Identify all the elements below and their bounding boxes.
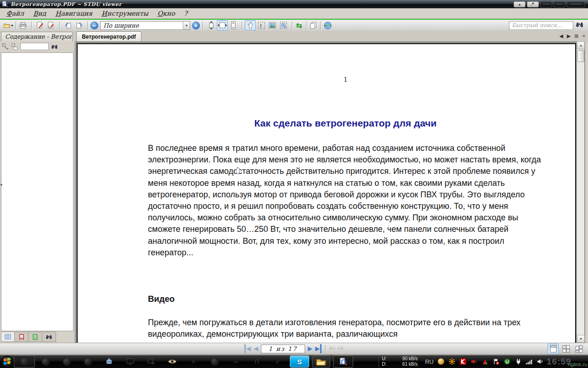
print-button[interactable]: [17, 20, 28, 30]
history-forward-button[interactable]: ⇨: [338, 344, 344, 353]
export-page-button[interactable]: [34, 20, 45, 30]
menu-view[interactable]: Вид: [29, 9, 51, 18]
skype-taskbar-button[interactable]: S: [290, 356, 309, 368]
settings-tray-icon[interactable]: [448, 358, 456, 365]
quick-search-input[interactable]: [509, 21, 573, 30]
taskbar-link-glyph-button[interactable]: ∞: [225, 356, 246, 368]
sidebar-collapse-handle[interactable]: ◂: [0, 182, 2, 187]
select-text-button[interactable]: I: [256, 20, 267, 30]
minimize-icon: [543, 4, 550, 5]
previous-page-button[interactable]: ◀: [254, 344, 258, 353]
document-tab[interactable]: Ветрогенератор.pdf: [76, 31, 141, 41]
open-dropdown-caret-icon[interactable]: ▼: [11, 24, 14, 27]
taskbar-app-button[interactable]: [35, 356, 56, 368]
zoom-out-button[interactable]: −: [90, 22, 98, 29]
volume-tray-icon[interactable]: [537, 358, 544, 365]
page-number: 1: [148, 75, 543, 84]
rotate-left-button[interactable]: [62, 20, 74, 30]
pdf-page[interactable]: 1 Как сделать ветрогенератор для дачи В …: [77, 43, 576, 343]
taskbar-orb-glyph-button[interactable]: [204, 356, 225, 368]
rollup-button[interactable]: ▲: [514, 1, 526, 7]
taskbar-monitor-button[interactable]: [119, 356, 141, 368]
stdu-taskbar-button[interactable]: [333, 356, 353, 368]
expand-all-button[interactable]: [1, 42, 9, 51]
taskbar-app-button[interactable]: [77, 356, 98, 368]
taskbar-eye-button[interactable]: [162, 356, 183, 368]
explorer-taskbar-button[interactable]: [312, 356, 330, 368]
single-page-layout-button[interactable]: [548, 344, 559, 354]
swap-pages-button[interactable]: ⇆: [294, 20, 305, 30]
menu-file[interactable]: Файл: [3, 9, 29, 18]
taskbar-window-button[interactable]: [141, 356, 162, 368]
power-tray-icon[interactable]: [514, 358, 522, 365]
contents-tree-panel[interactable]: [1, 52, 74, 331]
taskbar-robot-button[interactable]: [98, 356, 119, 368]
continuous-layout-button[interactable]: [573, 344, 584, 354]
maximize-button[interactable]: [554, 1, 565, 7]
tab-scroll-right-button[interactable]: ▶: [567, 32, 571, 40]
scrollbar-thumb[interactable]: [577, 50, 584, 62]
network-signal-tray-icon[interactable]: [526, 358, 533, 365]
first-page-button[interactable]: ◀: [244, 344, 251, 353]
copy-button[interactable]: [308, 20, 319, 30]
tile-layout-button[interactable]: [560, 344, 571, 354]
titlebar[interactable]: Ветрогенератор.PDF ~ STDU viewer ▲: [0, 0, 588, 8]
fit-page-button[interactable]: [206, 20, 217, 30]
scroll-down-button[interactable]: ▼: [577, 335, 585, 343]
next-page-button[interactable]: ▶: [308, 344, 312, 353]
network-speed-meter[interactable]: U:90 kB/s D:61 kB/s: [379, 356, 421, 368]
tab-search[interactable]: [42, 332, 56, 342]
close-button[interactable]: [567, 1, 585, 7]
taskbar-check-glyph-button[interactable]: ✓: [267, 356, 288, 368]
minimize-button[interactable]: [540, 1, 552, 7]
last-page-button[interactable]: ▶: [315, 344, 322, 353]
menu-tools[interactable]: Инструменты: [98, 9, 154, 18]
muted-volume-tray-icon[interactable]: [470, 358, 478, 365]
search-binoculars-button[interactable]: [576, 21, 583, 29]
contents-search-button[interactable]: [50, 42, 58, 51]
page-number-input[interactable]: [261, 345, 305, 353]
zoom-dropdown-caret-icon[interactable]: ▼: [183, 22, 190, 29]
pin-button[interactable]: [527, 1, 539, 7]
tab-scroll-left-button[interactable]: ◀: [559, 32, 563, 40]
taskbar-app-button[interactable]: [56, 356, 77, 368]
action-center-tray-icon[interactable]: [492, 358, 500, 365]
fit-height-button[interactable]: [228, 20, 239, 30]
fit-width-button[interactable]: [217, 20, 228, 30]
start-button[interactable]: [0, 355, 14, 368]
open-file-button[interactable]: ▼: [3, 20, 14, 30]
select-zoom-button[interactable]: [278, 20, 289, 30]
tab-bookmarks[interactable]: [15, 332, 28, 342]
document-canvas[interactable]: 1 Как сделать ветрогенератор для дачи В …: [75, 41, 585, 343]
select-image-button[interactable]: [267, 20, 278, 30]
tab-list-button[interactable]: ⊞: [574, 32, 578, 40]
zoom-in-button[interactable]: +: [192, 22, 200, 29]
clock-area[interactable]: 16:59 nglink.ru: [546, 355, 588, 368]
taskbar-close-glyph-button[interactable]: ×: [183, 356, 204, 368]
zoom-combobox[interactable]: По ширине ▼: [100, 21, 190, 30]
rotate-right-button[interactable]: [74, 20, 85, 30]
utorrent-tray-icon[interactable]: [503, 358, 511, 365]
menu-navigation[interactable]: Навигация: [51, 9, 98, 18]
tab-close-button[interactable]: ×: [582, 32, 585, 40]
export-document-button[interactable]: [45, 20, 57, 30]
collapse-all-button[interactable]: [11, 42, 19, 51]
history-back-button[interactable]: ⇦: [329, 344, 335, 353]
sidebar-panel-header[interactable]: Содержание - Ветрог: [1, 32, 73, 41]
anvir-tray-icon[interactable]: [481, 358, 489, 365]
language-indicator[interactable]: RU: [421, 358, 437, 365]
kaspersky-tray-icon[interactable]: [459, 358, 467, 365]
tab-contents[interactable]: [1, 332, 15, 342]
menu-help[interactable]: ?: [181, 9, 193, 18]
vertical-scrollbar[interactable]: ▲ ▼: [577, 41, 584, 343]
taskbar-app-button[interactable]: [14, 356, 35, 368]
menu-window[interactable]: Окно: [154, 9, 181, 18]
tab-thumbnails[interactable]: [28, 332, 42, 342]
web-help-button[interactable]: [322, 20, 333, 30]
hand-tool-button[interactable]: [245, 20, 256, 30]
scroll-up-button[interactable]: ▲: [577, 41, 585, 49]
download-label: D:: [382, 362, 386, 367]
contents-filter-input[interactable]: [20, 43, 49, 50]
taskbar-pause-glyph-button[interactable]: П: [246, 356, 267, 368]
webcam-tray-icon[interactable]: [437, 358, 445, 365]
